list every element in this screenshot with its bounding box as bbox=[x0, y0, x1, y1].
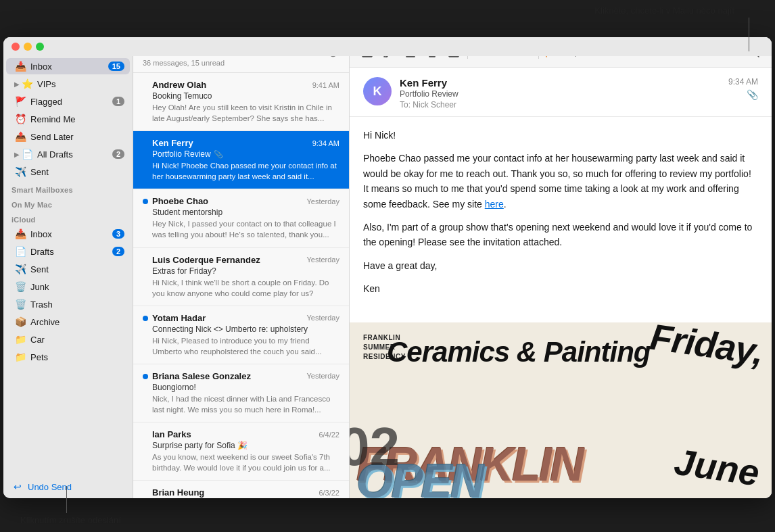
message-item[interactable]: Ken Ferry 9:34 AM Portfolio Review 📎 Hi … bbox=[133, 131, 349, 189]
sidebar-item-flagged[interactable]: 🚩 Flagged 1 bbox=[6, 93, 130, 110]
email-body: Hi Nick! Phoebe Chao passed me your cont… bbox=[350, 117, 772, 322]
sidebar-icloud-archive-label: Archive bbox=[30, 317, 124, 327]
icloud-archive-icon: 📦 bbox=[14, 316, 26, 328]
message-item[interactable]: Brian Heung 6/3/22 Book cover? Hi Nick, … bbox=[133, 481, 349, 498]
banner-friday-text: Friday, bbox=[648, 322, 765, 368]
sidebar-vips-label: VIPs bbox=[37, 79, 124, 89]
msg-subject: Portfolio Review 📎 bbox=[152, 149, 339, 159]
all-drafts-chevron: ▶ bbox=[14, 151, 20, 158]
message-item[interactable]: Yotam Hadar Yesterday Connecting Nick <>… bbox=[133, 306, 349, 364]
sidebar-item-icloud-car[interactable]: 📁 Car bbox=[6, 331, 130, 347]
inbox-badge: 15 bbox=[108, 62, 124, 71]
email-detail: K Ken Ferry Portfolio Review To: Nick Sc… bbox=[350, 37, 772, 498]
email-header-right: 9:34 AM 📎 bbox=[728, 77, 758, 100]
message-item[interactable]: Andrew Olah 9:41 AM Booking Temuco Hey O… bbox=[133, 73, 349, 131]
email-subject-line: Portfolio Review bbox=[400, 89, 720, 99]
message-list-subtitle: 36 messages, 15 unread bbox=[143, 59, 225, 67]
callout-top: Klikněte, chcete-li v Mailu něco najít bbox=[594, 5, 734, 16]
icloud-trash-icon: 🗑️ bbox=[14, 298, 26, 310]
icloud-sent-icon: ✈️ bbox=[14, 263, 26, 275]
sidebar-send-later-label: Send Later bbox=[30, 132, 124, 142]
email-header-info: Ken Ferry Portfolio Review To: Nick Sche… bbox=[400, 77, 720, 110]
attachment-icon: 📎 bbox=[214, 150, 223, 159]
sidebar-flagged-label: Flagged bbox=[30, 97, 112, 107]
email-closing: Have a great day, bbox=[363, 258, 758, 273]
sidebar-item-all-drafts[interactable]: ▶ 📄 All Drafts 2 bbox=[6, 146, 130, 162]
email-time: 9:34 AM bbox=[728, 77, 758, 87]
message-item[interactable]: Phoebe Chao Yesterday Student mentorship… bbox=[133, 189, 349, 247]
email-paragraph-1: Phoebe Chao passed me your contact info … bbox=[363, 151, 758, 212]
undo-send-icon: ↩ bbox=[11, 481, 24, 493]
msg-time: 9:41 AM bbox=[312, 81, 339, 89]
msg-sender: Luis Coderque Fernandez bbox=[152, 255, 306, 265]
main-window: Favorites 📥 Inbox 15 ▶ ⭐ VIPs 🚩 Flagged … bbox=[3, 37, 772, 498]
msg-time: 6/4/22 bbox=[319, 431, 339, 439]
sidebar-icloud-sent-label: Sent bbox=[30, 264, 124, 274]
msg-preview: Hi Nick, Pleased to introduce you to my … bbox=[152, 335, 339, 357]
msg-subject: Connecting Nick <> Umberto re: upholster… bbox=[152, 324, 339, 334]
sidebar-item-inbox[interactable]: 📥 Inbox 15 bbox=[6, 58, 130, 74]
msg-time: Yesterday bbox=[306, 314, 339, 322]
msg-subject: Buongiorno! bbox=[152, 383, 339, 392]
sidebar-icloud-trash-label: Trash bbox=[30, 299, 124, 310]
sidebar-item-icloud-trash[interactable]: 🗑️ Trash bbox=[6, 296, 130, 312]
msg-sender: Yotam Hadar bbox=[152, 313, 306, 323]
sidebar-item-icloud-inbox[interactable]: 📥 Inbox 3 bbox=[6, 226, 130, 242]
close-button[interactable] bbox=[11, 43, 20, 51]
email-to-line: To: Nick Scheer bbox=[400, 100, 720, 110]
sidebar-icloud-junk-label: Junk bbox=[30, 282, 124, 292]
icloud-drafts-badge: 2 bbox=[112, 247, 124, 256]
avatar: K bbox=[363, 77, 392, 105]
unread-dot bbox=[143, 199, 148, 204]
msg-sender: Phoebe Chao bbox=[152, 196, 306, 206]
msg-subject: Booking Temuco bbox=[152, 91, 339, 101]
sidebar-item-sent[interactable]: ✈️ Sent bbox=[6, 164, 130, 180]
msg-sender: Ken Ferry bbox=[152, 138, 312, 148]
maximize-button[interactable] bbox=[36, 43, 44, 51]
msg-sender: Brian Heung bbox=[152, 487, 319, 498]
message-item[interactable]: Luis Coderque Fernandez Yesterday Extras… bbox=[133, 248, 349, 306]
sidebar-icloud-car-label: Car bbox=[30, 335, 124, 345]
banner-content: FRANKLINSUMMERRESIDENCY Ceramics & Paint… bbox=[350, 322, 772, 498]
msg-time: Yesterday bbox=[306, 197, 339, 205]
msg-time: Yesterday bbox=[306, 372, 339, 380]
unread-placeholder bbox=[143, 487, 148, 493]
send-later-icon: 📤 bbox=[14, 130, 26, 143]
sidebar-item-icloud-sent[interactable]: ✈️ Sent bbox=[6, 261, 130, 277]
remind-me-icon: ⏰ bbox=[14, 113, 26, 125]
sidebar-sent-label: Sent bbox=[30, 167, 124, 177]
msg-preview: Hey Olah! Are you still keen to visit Kr… bbox=[152, 102, 339, 124]
undo-send-button[interactable]: ↩ Undo Send bbox=[3, 475, 133, 498]
titlebar bbox=[3, 37, 772, 56]
sidebar-item-icloud-drafts[interactable]: 📄 Drafts 2 bbox=[6, 243, 130, 260]
sidebar-item-vips[interactable]: ▶ ⭐ VIPs bbox=[6, 76, 130, 92]
banner-june-text: June bbox=[672, 441, 761, 494]
banner-number: 02 bbox=[350, 416, 400, 478]
email-link[interactable]: here bbox=[485, 199, 504, 210]
message-item[interactable]: Briana Salese Gonzalez Yesterday Buongio… bbox=[133, 364, 349, 422]
msg-sender: Briana Salese Gonzalez bbox=[152, 371, 306, 381]
all-drafts-badge: 2 bbox=[112, 149, 124, 159]
flagged-icon: 🚩 bbox=[14, 95, 26, 107]
sidebar-item-icloud-pets[interactable]: 📁 Pets bbox=[6, 349, 130, 365]
msg-preview: Hi Nick! Phoebe Chao passed me your cont… bbox=[152, 160, 339, 182]
callout-bottom: Kliknutím zrušíte odeslání bbox=[20, 515, 121, 525]
sidebar-item-icloud-junk[interactable]: 🗑️ Junk bbox=[6, 279, 130, 295]
flagged-badge: 1 bbox=[112, 97, 124, 106]
email-attachment-indicator: 📎 bbox=[747, 89, 758, 100]
sidebar-item-icloud-archive[interactable]: 📦 Archive bbox=[6, 314, 130, 330]
msg-time: 9:34 AM bbox=[312, 139, 339, 147]
undo-send-label: Undo Send bbox=[28, 482, 72, 492]
msg-preview: Nick, I had the nicest dinner with Lia a… bbox=[152, 393, 339, 415]
icloud-inbox-icon: 📥 bbox=[14, 228, 26, 240]
msg-time: 6/3/22 bbox=[319, 489, 339, 497]
msg-sender: Andrew Olah bbox=[152, 80, 312, 90]
sidebar-item-remind-me[interactable]: ⏰ Remind Me bbox=[6, 111, 130, 127]
msg-subject: Extras for Friday? bbox=[152, 266, 339, 276]
message-item[interactable]: Ian Parks 6/4/22 Surprise party for Sofi… bbox=[133, 422, 349, 481]
minimize-button[interactable] bbox=[24, 43, 32, 51]
email-banner: FRANKLINSUMMERRESIDENCY Ceramics & Paint… bbox=[350, 322, 772, 498]
msg-subject: Student mentorship bbox=[152, 208, 339, 217]
sidebar-icloud-drafts-label: Drafts bbox=[30, 247, 112, 257]
sidebar-item-send-later[interactable]: 📤 Send Later bbox=[6, 128, 130, 145]
